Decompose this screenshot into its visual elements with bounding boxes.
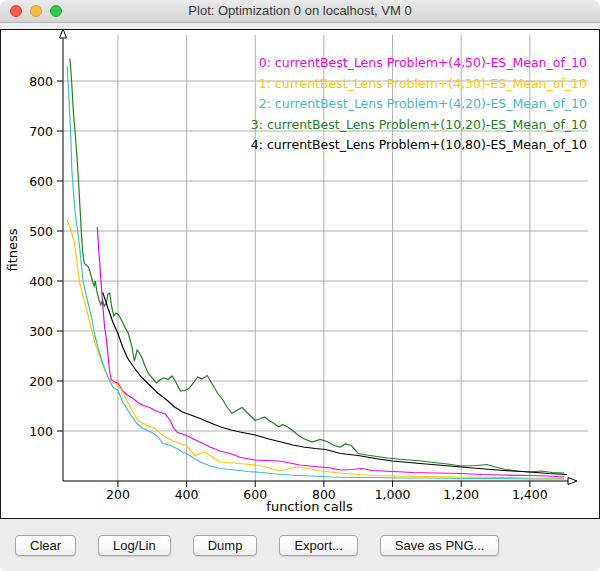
legend-entry-1: 1: currentBest_Lens Problem+(4,30)-ES_Me… [251, 74, 587, 95]
legend-entry-4: 4: currentBest_Lens Problem+(10,80)-ES_M… [251, 135, 587, 156]
clear-button[interactable]: Clear [15, 535, 76, 556]
chart-legend: 0: currentBest_Lens Problem+(4,50)-ES_Me… [251, 53, 587, 156]
window-titlebar: Plot: Optimization 0 on localhost, VM 0 [0, 0, 600, 23]
legend-entry-0: 0: currentBest_Lens Problem+(4,50)-ES_Me… [251, 53, 587, 74]
dump-button[interactable]: Dump [193, 535, 258, 556]
legend-entry-3: 3: currentBest_Lens Problem+(10,20)-ES_M… [251, 115, 587, 136]
button-row: ClearLog/LinDumpExport...Save as PNG... [15, 535, 499, 556]
export-button[interactable]: Export... [279, 535, 357, 556]
plot-window: Plot: Optimization 0 on localhost, VM 0 … [0, 0, 600, 571]
window-title: Plot: Optimization 0 on localhost, VM 0 [0, 0, 600, 22]
save-as-png-button[interactable]: Save as PNG... [380, 535, 500, 556]
legend-entry-2: 2: currentBest_Lens Problem+(4,20)-ES_Me… [251, 94, 587, 115]
log-lin-button[interactable]: Log/Lin [98, 535, 171, 556]
